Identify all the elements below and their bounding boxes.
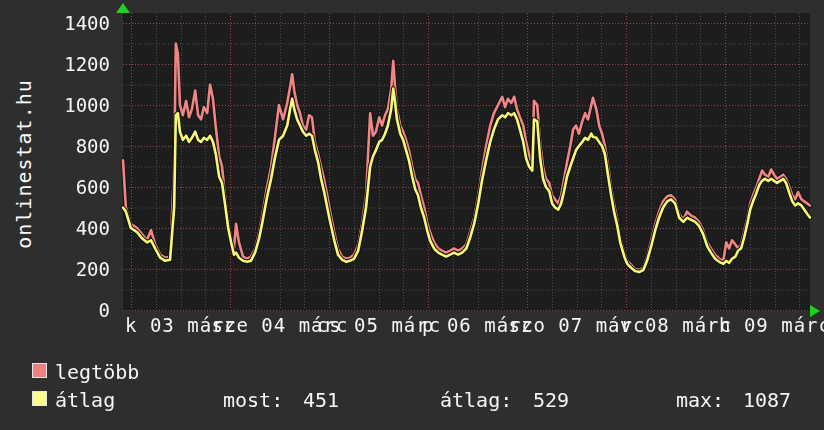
stat-most-label: most: <box>223 389 283 411</box>
page-root: onlinestat.hu 1400 1200 1000 800 600 400… <box>0 0 824 430</box>
legend-swatch-legtobb <box>32 363 47 378</box>
legend-label-legtobb: legtöbb <box>55 361 139 383</box>
y-tick-label: 200 <box>28 259 110 279</box>
y-tick-label: 400 <box>28 218 110 238</box>
y-tick-label: 600 <box>28 177 110 197</box>
stat-atlag-label: átlag: <box>440 389 512 411</box>
stat-atlag-value: 529 <box>533 389 569 411</box>
stat-max-value: 1087 <box>743 389 791 411</box>
stat-most-value: 451 <box>303 389 339 411</box>
legend-label-atlag: átlag <box>55 389 115 411</box>
stat-max-label: max: <box>676 389 724 411</box>
y-axis-up-arrow-icon <box>116 3 130 13</box>
y-tick-label: 0 <box>28 300 110 320</box>
y-tick-label: 800 <box>28 136 110 156</box>
y-tick-label: 1400 <box>28 13 110 33</box>
x-axis-right-arrow-icon <box>810 305 820 317</box>
legend-swatch-atlag <box>32 391 47 406</box>
y-tick-label: 1000 <box>28 95 110 115</box>
y-tick-label: 1200 <box>28 54 110 74</box>
